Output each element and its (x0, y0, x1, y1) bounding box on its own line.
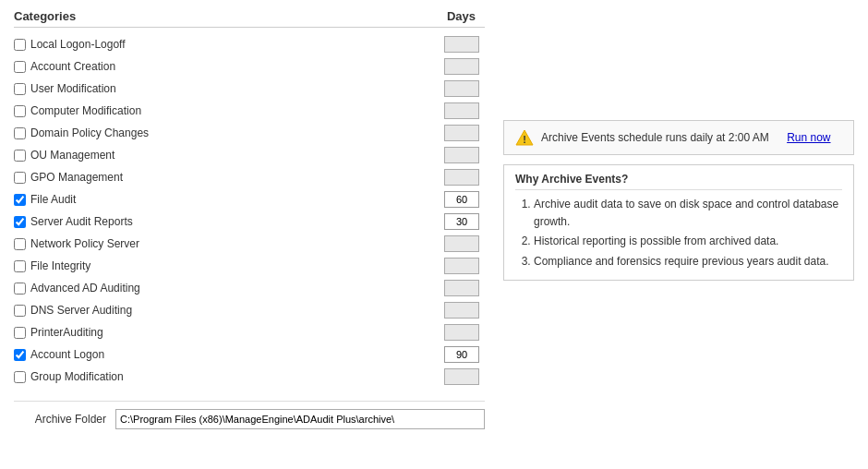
days-input-domain-policy[interactable] (444, 125, 479, 141)
days-input-user-modification[interactable] (444, 80, 479, 97)
label-advanced-ad: Advanced AD Auditing (30, 282, 140, 295)
category-row-gpo-management: GPO Management (14, 166, 485, 188)
archive-folder-row: Archive Folder (14, 401, 485, 429)
checkbox-gpo-management[interactable] (14, 172, 26, 184)
category-left-server-audit: Server Audit Reports (14, 215, 133, 228)
category-row-file-audit: File Audit (14, 188, 485, 210)
left-panel: Categories Days Local Logon-LogoffAccoun… (14, 9, 485, 429)
days-input-account-creation[interactable] (444, 58, 479, 75)
category-row-account-creation: Account Creation (14, 55, 485, 78)
checkbox-computer-modification[interactable] (14, 105, 26, 117)
checkbox-ou-management[interactable] (14, 150, 26, 162)
category-left-dns-server: DNS Server Auditing (14, 304, 132, 317)
label-account-logon: Account Logon (30, 348, 104, 361)
category-row-domain-policy: Domain Policy Changes (14, 122, 485, 144)
label-group-modification: Group Modification (30, 370, 124, 383)
label-computer-modification: Computer Modification (30, 104, 141, 117)
category-row-account-logon: Account Logon (14, 343, 485, 366)
category-left-advanced-ad: Advanced AD Auditing (14, 282, 140, 295)
category-row-computer-modification: Computer Modification (14, 100, 485, 122)
days-header: Days (447, 9, 476, 23)
days-input-network-policy[interactable] (444, 235, 479, 252)
archive-folder-label: Archive Folder (14, 413, 106, 426)
category-left-ou-management: OU Management (14, 149, 115, 162)
category-left-user-modification: User Modification (14, 82, 116, 95)
checkbox-advanced-ad[interactable] (14, 283, 26, 295)
label-network-policy: Network Policy Server (30, 237, 139, 250)
category-left-gpo-management: GPO Management (14, 171, 123, 184)
header-row: Categories Days (14, 9, 485, 28)
svg-text:!: ! (523, 134, 526, 145)
category-row-user-modification: User Modification (14, 78, 485, 100)
category-left-local-logon: Local Logon-Logoff (14, 38, 126, 51)
category-left-domain-policy: Domain Policy Changes (14, 126, 149, 139)
label-domain-policy: Domain Policy Changes (30, 126, 149, 139)
why-archive-box: Why Archive Events? Archive audit data t… (503, 164, 854, 281)
label-gpo-management: GPO Management (30, 171, 123, 184)
category-left-file-integrity: File Integrity (14, 259, 90, 272)
label-account-creation: Account Creation (30, 60, 115, 73)
days-input-file-integrity[interactable] (444, 258, 479, 274)
why-archive-list: Archive audit data to save on disk space… (515, 196, 842, 271)
category-left-group-modification: Group Modification (14, 370, 124, 383)
label-server-audit: Server Audit Reports (30, 215, 133, 228)
days-input-account-logon[interactable] (444, 346, 479, 363)
category-row-advanced-ad: Advanced AD Auditing (14, 277, 485, 299)
archive-notice-text: Archive Events schedule runs daily at 2:… (541, 131, 769, 144)
category-left-network-policy: Network Policy Server (14, 237, 139, 250)
days-input-dns-server[interactable] (444, 302, 479, 319)
why-archive-point: Historical reporting is possible from ar… (534, 233, 842, 250)
checkbox-local-logon[interactable] (14, 39, 26, 51)
why-archive-point: Archive audit data to save on disk space… (534, 196, 842, 231)
category-left-computer-modification: Computer Modification (14, 104, 141, 117)
checkbox-network-policy[interactable] (14, 238, 26, 250)
archive-notice-box: ! Archive Events schedule runs daily at … (503, 120, 854, 155)
category-row-network-policy: Network Policy Server (14, 233, 485, 255)
category-row-server-audit: Server Audit Reports (14, 210, 485, 233)
days-input-computer-modification[interactable] (444, 102, 479, 119)
category-left-printer-auditing: PrinterAuditing (14, 326, 103, 339)
category-row-dns-server: DNS Server Auditing (14, 299, 485, 321)
run-now-link[interactable]: Run now (787, 131, 830, 144)
label-dns-server: DNS Server Auditing (30, 304, 132, 317)
category-row-ou-management: OU Management (14, 144, 485, 166)
archive-folder-input[interactable] (115, 409, 485, 429)
days-input-group-modification[interactable] (444, 368, 479, 385)
label-file-integrity: File Integrity (30, 259, 90, 272)
days-input-ou-management[interactable] (444, 147, 479, 163)
checkbox-server-audit[interactable] (14, 216, 26, 228)
days-input-gpo-management[interactable] (444, 169, 479, 186)
main-container: Categories Days Local Logon-LogoffAccoun… (14, 9, 854, 429)
days-input-file-audit[interactable] (444, 191, 479, 208)
category-row-group-modification: Group Modification (14, 366, 485, 388)
days-input-server-audit[interactable] (444, 213, 479, 230)
label-ou-management: OU Management (30, 149, 115, 162)
checkbox-dns-server[interactable] (14, 305, 26, 317)
label-user-modification: User Modification (30, 82, 116, 95)
checkbox-file-audit[interactable] (14, 194, 26, 206)
label-local-logon: Local Logon-Logoff (30, 38, 126, 51)
checkbox-group-modification[interactable] (14, 371, 26, 383)
checkbox-domain-policy[interactable] (14, 127, 26, 139)
checkbox-file-integrity[interactable] (14, 260, 26, 272)
label-file-audit: File Audit (30, 193, 76, 206)
category-left-account-logon: Account Logon (14, 348, 104, 361)
category-row-printer-auditing: PrinterAuditing (14, 321, 485, 343)
days-input-advanced-ad[interactable] (444, 280, 479, 296)
days-input-printer-auditing[interactable] (444, 324, 479, 341)
days-input-local-logon[interactable] (444, 36, 479, 53)
category-left-account-creation: Account Creation (14, 60, 115, 73)
right-panel: ! Archive Events schedule runs daily at … (503, 120, 854, 281)
warning-icon: ! (515, 128, 534, 147)
checkbox-printer-auditing[interactable] (14, 327, 26, 339)
why-archive-point: Compliance and forensics require previou… (534, 253, 842, 271)
why-archive-title: Why Archive Events? (515, 173, 842, 190)
categories-header: Categories (14, 9, 76, 23)
category-left-file-audit: File Audit (14, 193, 76, 206)
label-printer-auditing: PrinterAuditing (30, 326, 103, 339)
checkbox-account-creation[interactable] (14, 61, 26, 73)
categories-list: Local Logon-LogoffAccount CreationUser M… (14, 33, 485, 388)
checkbox-user-modification[interactable] (14, 83, 26, 95)
category-row-local-logon: Local Logon-Logoff (14, 33, 485, 55)
checkbox-account-logon[interactable] (14, 349, 26, 361)
